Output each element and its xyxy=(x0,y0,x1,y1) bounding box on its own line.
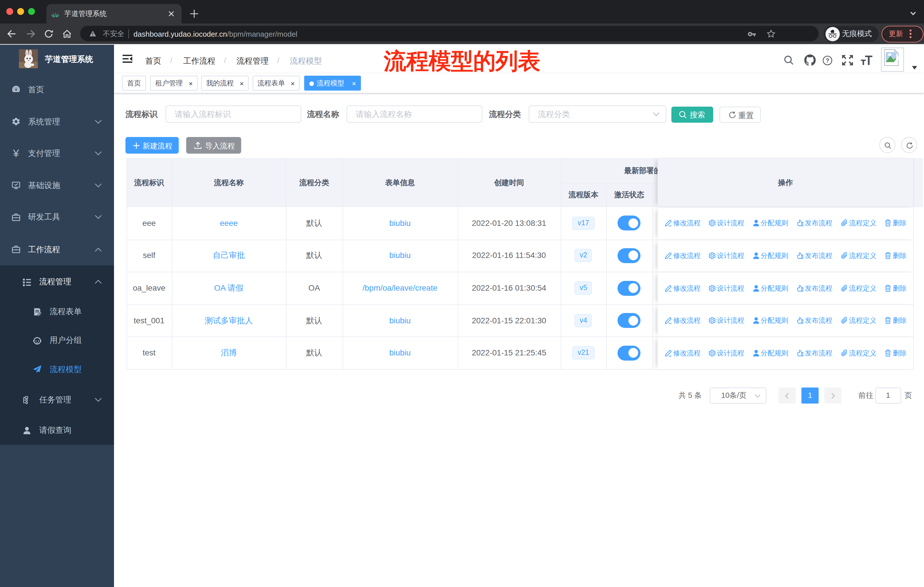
svg-text:?: ? xyxy=(826,57,830,63)
svg-text:¥: ¥ xyxy=(13,149,19,158)
